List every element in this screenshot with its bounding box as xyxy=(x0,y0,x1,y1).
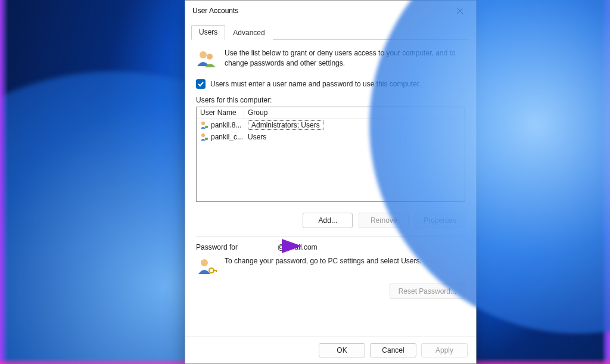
edge-glow xyxy=(602,0,610,364)
user-icon xyxy=(200,133,208,141)
require-login-row[interactable]: Users must enter a user name and passwor… xyxy=(196,79,465,89)
password-section: Password for @gmail.com xyxy=(196,243,465,299)
dialog-footer: OK Cancel Apply xyxy=(185,337,476,363)
svg-rect-5 xyxy=(205,126,208,128)
remove-button[interactable]: Remove xyxy=(359,213,409,228)
svg-point-3 xyxy=(207,54,213,60)
table-row[interactable]: pankil_c... Users xyxy=(197,131,465,143)
user-buttons-row: Add... Remove Properties xyxy=(196,213,465,228)
edge-glow xyxy=(0,0,8,364)
check-icon xyxy=(198,81,204,87)
password-for-account: @gmail.com xyxy=(278,243,318,251)
table-row[interactable]: pankil.8... Administrators; Users xyxy=(197,119,465,131)
svg-point-2 xyxy=(200,51,207,58)
password-for-prefix: Password for xyxy=(196,243,238,251)
ok-button[interactable]: OK xyxy=(319,343,365,357)
user-accounts-dialog: User Accounts Users Advanced xyxy=(185,0,477,364)
users-listview[interactable]: User Name Group pankil.8... xyxy=(196,107,465,202)
require-login-checkbox[interactable] xyxy=(196,79,206,89)
apply-button[interactable]: Apply xyxy=(421,343,468,357)
cell-username: pankil_c... xyxy=(211,133,243,141)
desktop-background: User Accounts Users Advanced xyxy=(0,0,610,364)
user-key-icon xyxy=(196,256,217,278)
listview-header[interactable]: User Name Group xyxy=(197,107,465,119)
svg-point-6 xyxy=(201,133,205,137)
cancel-button[interactable]: Cancel xyxy=(370,343,416,357)
tab-users[interactable]: Users xyxy=(191,25,225,40)
cell-group: Administrators; Users xyxy=(248,120,323,130)
close-button[interactable] xyxy=(446,2,474,20)
titlebar[interactable]: User Accounts xyxy=(185,1,476,21)
svg-rect-7 xyxy=(205,138,208,140)
properties-button[interactable]: Properties xyxy=(415,213,465,228)
cell-username: pankil.8... xyxy=(211,121,241,129)
user-icon xyxy=(200,121,208,129)
svg-point-8 xyxy=(201,259,208,266)
password-for-label: Password for @gmail.com xyxy=(196,243,465,251)
add-button[interactable]: Add... xyxy=(303,213,353,228)
reset-password-button[interactable]: Reset Password... xyxy=(390,284,465,299)
require-login-label: Users must enter a user name and passwor… xyxy=(210,80,421,88)
tab-advanced[interactable]: Advanced xyxy=(225,26,272,40)
tab-body-users: Use the list below to grant or deny user… xyxy=(185,40,476,337)
separator xyxy=(196,237,465,237)
svg-rect-11 xyxy=(216,270,217,272)
window-title: User Accounts xyxy=(192,7,238,15)
intro-text: Use the list below to grant or deny user… xyxy=(225,48,465,70)
col-username[interactable]: User Name xyxy=(197,107,244,119)
cell-group: Users xyxy=(248,133,266,141)
users-list-label: Users for this computer: xyxy=(196,96,465,104)
close-icon xyxy=(457,8,463,14)
users-icon xyxy=(196,48,217,70)
password-help-text: To change your password, go to PC settin… xyxy=(225,256,422,278)
col-group[interactable]: Group xyxy=(244,107,465,119)
svg-point-4 xyxy=(201,122,205,125)
tabstrip: Users Advanced xyxy=(185,21,476,40)
intro-row: Use the list below to grant or deny user… xyxy=(196,48,465,70)
